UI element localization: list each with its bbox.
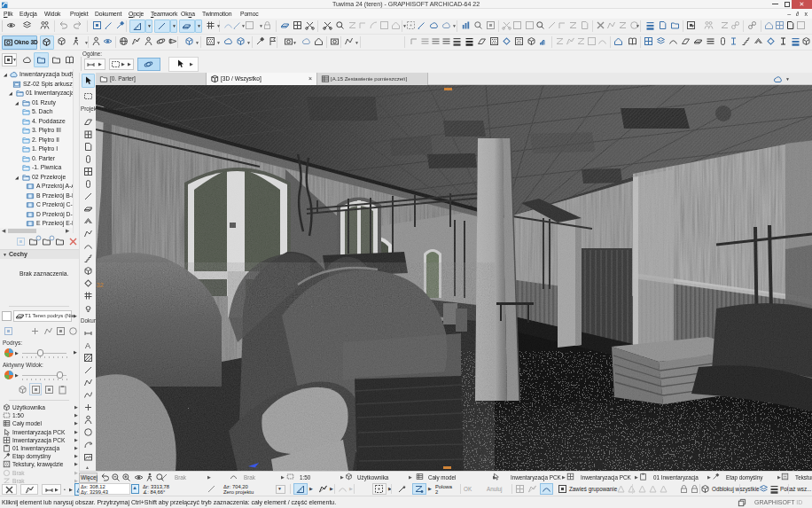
svg-text:A: A xyxy=(85,341,90,350)
